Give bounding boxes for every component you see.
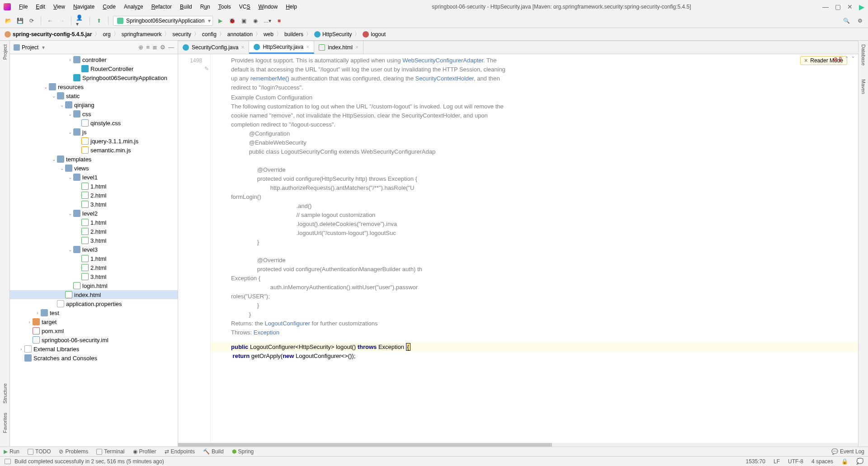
crumb-jar[interactable]: spring-security-config-5.4.5.jar [5, 31, 92, 38]
tw-endpoints[interactable]: ⇄Endpoints [165, 448, 195, 455]
close-tab-icon[interactable]: × [306, 44, 309, 50]
menu-vcs[interactable]: VCS [236, 2, 254, 11]
tree-node[interactable]: ⌄level3 [10, 245, 178, 254]
close-tab-icon[interactable]: × [355, 44, 359, 51]
more-run-button[interactable]: …▾ [263, 16, 272, 25]
menu-file[interactable]: FFileile [15, 2, 31, 11]
edit-source-icon[interactable]: ✎ [204, 66, 209, 72]
tree-node[interactable]: 3.html [10, 236, 178, 245]
tree-node[interactable]: ›target [10, 317, 178, 326]
project-view-selector[interactable]: Project [14, 44, 136, 51]
editor-body[interactable]: ⊘ 2 ˄ ˅ 1498 ✎ Provides logout support. … [178, 54, 858, 443]
tw-favorites-tab[interactable]: Favorites [2, 413, 8, 433]
tree-node[interactable]: 1.html [10, 218, 178, 227]
tree-node[interactable]: springboot-06-security.iml [10, 335, 178, 344]
tree-toggle-icon[interactable]: ⌄ [42, 85, 49, 89]
tree-toggle-icon[interactable]: › [67, 57, 73, 62]
cursor-position[interactable]: 1535:70 [746, 458, 765, 465]
crumb-class[interactable]: HttpSecurity [314, 31, 352, 38]
tree-node[interactable]: ⌄templates [10, 155, 178, 164]
profiler-run-button[interactable]: ◉ [251, 16, 260, 25]
stop-button[interactable]: ■ [274, 16, 283, 25]
tree-node[interactable]: 2.html [10, 263, 178, 272]
tree-node[interactable]: ⌄css [10, 109, 178, 118]
tree-node[interactable]: ›External Libraries [10, 344, 178, 353]
tree-node[interactable]: semantic.min.js [10, 146, 178, 155]
tree-toggle-icon[interactable]: › [18, 347, 24, 352]
run-config-select[interactable]: Springboot06SecurityApplication [113, 16, 213, 26]
ide-settings-button[interactable]: ⚙ [855, 16, 864, 25]
line-separator[interactable]: LF [774, 458, 780, 465]
hide-panel-button[interactable]: — [168, 44, 174, 51]
tree-toggle-icon[interactable]: ⌄ [67, 247, 73, 252]
tab-httpsecurity[interactable]: HttpSecurity.java × [249, 41, 314, 54]
crumb-springframework[interactable]: springframework [122, 31, 162, 38]
readonly-lock-icon[interactable]: 🔒 [841, 458, 848, 465]
tool-window-quick-access-icon[interactable] [5, 459, 11, 464]
indent-setting[interactable]: 4 spaces [811, 458, 833, 465]
tree-node[interactable]: 1.html [10, 182, 178, 191]
avatar-button[interactable]: 👤▾ [76, 16, 85, 25]
tree-node[interactable]: application.properties [10, 299, 178, 308]
prev-error-button[interactable]: ˄ [845, 56, 848, 62]
tree-node[interactable]: pom.xml [10, 326, 178, 335]
doc-link[interactable]: Exception [254, 329, 279, 336]
tree-node[interactable]: ⌄level1 [10, 173, 178, 182]
menu-analyze[interactable]: Analyze [120, 2, 147, 11]
doc-link[interactable]: rememberMe() [250, 75, 289, 82]
tree-node[interactable]: qinstyle.css [10, 118, 178, 127]
tw-terminal[interactable]: Terminal [96, 448, 124, 455]
crumb-config[interactable]: config [202, 31, 217, 38]
menu-tools[interactable]: Tools [215, 2, 235, 11]
tree-node[interactable]: Springboot06SecurityApplication [10, 73, 178, 82]
menu-window[interactable]: Window [255, 2, 281, 11]
tree-toggle-icon[interactable]: ⌄ [51, 157, 57, 162]
tree-toggle-icon[interactable]: ⌄ [67, 211, 73, 216]
menu-edit[interactable]: Edit [32, 2, 49, 11]
tree-toggle-icon[interactable]: ⌄ [59, 103, 65, 108]
menu-code[interactable]: Code [99, 2, 119, 11]
crumb-security[interactable]: security [172, 31, 191, 38]
tree-node[interactable]: ⌄js [10, 127, 178, 137]
tw-project-tab[interactable]: Project [2, 44, 8, 60]
tw-spring[interactable]: ⬢Spring [232, 448, 254, 455]
tree-toggle-icon[interactable]: ⌄ [59, 166, 65, 171]
locate-file-button[interactable]: ⊕ [138, 44, 143, 51]
build-project-button[interactable]: ⬆ [94, 16, 104, 25]
save-all-button[interactable]: 💾 [15, 16, 24, 25]
tw-problems[interactable]: ⊘Problems [59, 448, 88, 455]
next-error-button[interactable]: ˅ [852, 56, 854, 62]
tree-node[interactable]: ›test [10, 308, 178, 317]
tab-index-html[interactable]: index.html × [314, 41, 363, 54]
crumb-method[interactable]: logout [363, 31, 386, 38]
doc-link[interactable]: WebSecurityConfigurerAdapter [402, 57, 483, 64]
menu-run[interactable]: Run [197, 2, 214, 11]
expand-all-button[interactable]: ≡ [146, 44, 150, 51]
tree-node[interactable]: Scratches and Consoles [10, 353, 178, 362]
editor-horizontal-scrollbar[interactable] [178, 443, 858, 447]
crumb-builders[interactable]: builders [284, 31, 303, 38]
tree-node[interactable]: ›controller [10, 55, 178, 64]
file-encoding[interactable]: UTF-8 [788, 458, 803, 465]
tree-node[interactable]: 3.html [10, 272, 178, 281]
tree-node[interactable]: 2.html [10, 191, 178, 200]
project-tree[interactable]: ›controllerRouterControllerSpringboot06S… [10, 54, 178, 447]
editor-gutter[interactable]: 1498 [178, 54, 211, 443]
tree-toggle-icon[interactable]: › [26, 320, 33, 325]
doc-link[interactable]: LogoutConfigurer [264, 320, 310, 327]
menu-refactor[interactable]: Refactor [148, 2, 175, 11]
tw-database-tab[interactable]: Database [861, 44, 866, 66]
tree-node[interactable]: ⌄level2 [10, 209, 178, 218]
crumb-web[interactable]: web [264, 31, 274, 38]
menu-navigate[interactable]: Navigate [70, 2, 98, 11]
tree-node[interactable]: ⌄views [10, 164, 178, 173]
maximize-button[interactable]: ▢ [835, 3, 841, 10]
tab-securityconfig[interactable]: SecurityConfig.java × [178, 41, 249, 54]
tree-node[interactable]: 2.html [10, 227, 178, 236]
tw-profiler[interactable]: ◉Profiler [133, 448, 156, 455]
menu-help[interactable]: Help [282, 2, 301, 11]
minimize-button[interactable]: — [822, 3, 829, 10]
tw-eventlog[interactable]: 💬Event Log [831, 448, 864, 455]
notifications-icon[interactable]: 💭 [856, 458, 863, 465]
close-button[interactable]: ✕ [847, 3, 853, 10]
